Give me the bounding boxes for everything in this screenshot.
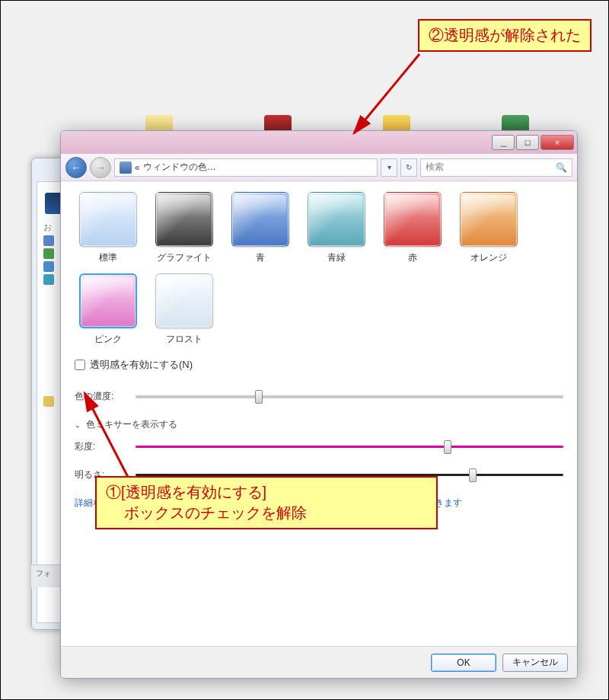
chevron-down-icon: ▾ bbox=[387, 163, 391, 171]
search-placeholder: 検索 bbox=[426, 161, 444, 174]
annotation-transparency-disabled: ②透明感が解除された bbox=[418, 19, 591, 52]
color-frost[interactable]: フロスト bbox=[151, 273, 218, 346]
breadcrumb-prefix: « bbox=[135, 162, 140, 173]
address-bar[interactable]: « ウィンドウの色… bbox=[114, 158, 378, 177]
nav-back-button[interactable]: ← bbox=[65, 157, 87, 178]
enable-transparency-row[interactable]: 透明感を有効にする(N) bbox=[75, 358, 563, 372]
color-pink[interactable]: ピンク bbox=[75, 273, 142, 346]
saturation-thumb[interactable] bbox=[444, 440, 451, 454]
arrow-right-icon: → bbox=[95, 161, 106, 174]
color-swatch-grid: 標準 グラファイト 青 青緑 赤 オレンジ ピンク フロスト bbox=[75, 192, 563, 346]
annotation-uncheck-box: ①[透明感を有効にする] ボックスのチェックを解除 bbox=[95, 476, 438, 529]
nav-toolbar: ← → « ウィンドウの色… ▾ ↻ 検索 🔍 bbox=[61, 154, 577, 181]
window-color-dialog: ＿ □ × ← → « ウィンドウの色… ▾ ↻ 検索 🔍 標準 グラファイト … bbox=[60, 130, 578, 679]
color-standard[interactable]: 標準 bbox=[75, 192, 142, 264]
dialog-buttonbar: OK キャンセル bbox=[61, 646, 577, 678]
swatch-graphite bbox=[155, 192, 213, 247]
close-button[interactable]: × bbox=[540, 135, 574, 150]
color-orange[interactable]: オレンジ bbox=[455, 192, 522, 264]
ok-button[interactable]: OK bbox=[431, 654, 496, 672]
maximize-button[interactable]: □ bbox=[516, 135, 539, 150]
refresh-icon: ↻ bbox=[406, 163, 412, 171]
color-mixer-expander[interactable]: 色ミキサーを表示する bbox=[75, 418, 563, 431]
color-blue[interactable]: 青 bbox=[227, 192, 294, 264]
swatch-red bbox=[384, 192, 442, 247]
color-teal[interactable]: 青緑 bbox=[303, 192, 370, 264]
brightness-thumb[interactable] bbox=[469, 468, 477, 482]
titlebar: ＿ □ × bbox=[61, 131, 577, 154]
saturation-slider[interactable] bbox=[136, 446, 563, 448]
minimize-button[interactable]: ＿ bbox=[492, 135, 515, 150]
location-icon bbox=[120, 161, 132, 174]
color-red[interactable]: 赤 bbox=[379, 192, 446, 264]
intensity-label: 色の濃度: bbox=[75, 390, 128, 403]
address-dropdown-button[interactable]: ▾ bbox=[381, 158, 397, 177]
color-graphite[interactable]: グラファイト bbox=[151, 192, 218, 264]
saturation-slider-row: 彩度: bbox=[75, 440, 563, 453]
intensity-slider-row: 色の濃度: bbox=[75, 390, 563, 403]
swatch-blue bbox=[231, 192, 289, 247]
search-box[interactable]: 検索 🔍 bbox=[420, 158, 572, 177]
swatch-orange bbox=[460, 192, 518, 247]
swatch-standard bbox=[79, 192, 137, 247]
swatch-pink-selected bbox=[79, 273, 137, 328]
saturation-label: 彩度: bbox=[75, 440, 128, 453]
enable-transparency-label: 透明感を有効にする(N) bbox=[90, 358, 193, 372]
swatch-frost bbox=[155, 273, 213, 328]
swatch-teal bbox=[308, 192, 365, 247]
arrow-left-icon: ← bbox=[71, 161, 81, 174]
search-icon: 🔍 bbox=[556, 162, 567, 173]
enable-transparency-checkbox[interactable] bbox=[75, 360, 85, 370]
breadcrumb-text: ウィンドウの色… bbox=[143, 161, 216, 174]
intensity-slider[interactable] bbox=[136, 395, 563, 398]
intensity-thumb[interactable] bbox=[255, 390, 263, 404]
dialog-content: 標準 グラファイト 青 青緑 赤 オレンジ ピンク フロスト 透明感を有効にする… bbox=[61, 181, 577, 646]
cancel-button[interactable]: キャンセル bbox=[502, 654, 568, 672]
nav-forward-button[interactable]: → bbox=[90, 157, 111, 178]
refresh-button[interactable]: ↻ bbox=[400, 158, 417, 177]
